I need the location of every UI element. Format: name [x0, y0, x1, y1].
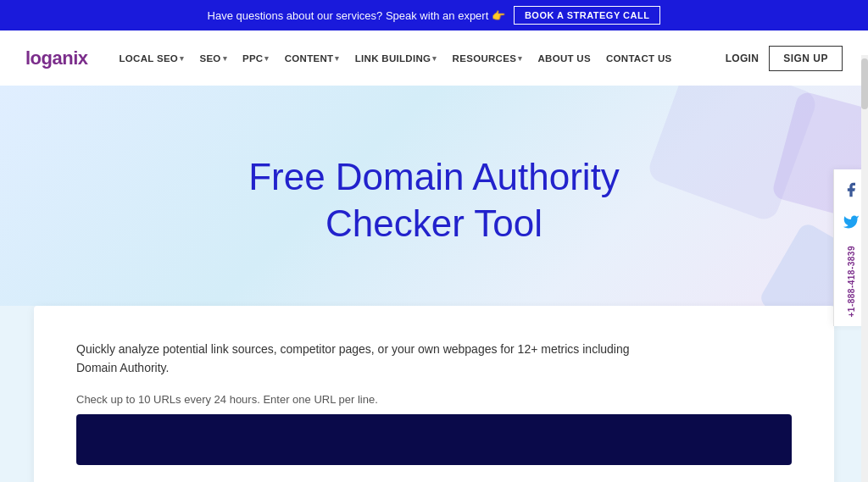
- login-link[interactable]: LOGIN: [726, 53, 760, 64]
- content-section: Quickly analyze potential link sources, …: [34, 306, 834, 482]
- hero-section: Free Domain Authority Checker Tool: [0, 86, 868, 306]
- chevron-down-icon: ▾: [518, 54, 522, 63]
- nav-item-content[interactable]: CONTENT ▾: [279, 48, 346, 69]
- twitter-icon[interactable]: [839, 210, 863, 234]
- chevron-down-icon: ▾: [180, 54, 184, 63]
- book-strategy-btn[interactable]: BOOK A STRATEGY CALL: [514, 6, 661, 25]
- facebook-icon[interactable]: [839, 178, 863, 202]
- scrollbar-thumb[interactable]: [861, 58, 868, 109]
- chevron-down-icon: ▾: [264, 54, 269, 63]
- phone-number[interactable]: +1-888-418-3839: [847, 246, 856, 318]
- scrollbar-track[interactable]: [861, 55, 868, 482]
- hero-title: Free Domain Authority Checker Tool: [248, 153, 620, 247]
- signup-button[interactable]: SIGN UP: [769, 46, 843, 71]
- logo[interactable]: loganix: [25, 47, 88, 69]
- nav-item-local-seo[interactable]: LOCAL SEO ▾: [114, 48, 191, 69]
- top-banner: Have questions about our services? Speak…: [0, 0, 868, 30]
- content-description: Quickly analyze potential link sources, …: [76, 340, 670, 378]
- url-input-area[interactable]: [76, 414, 792, 465]
- chevron-down-icon: ▾: [223, 54, 227, 63]
- chevron-down-icon: ▾: [335, 54, 339, 63]
- nav-item-seo[interactable]: SEO ▾: [193, 48, 233, 69]
- nav-links: LOCAL SEO ▾ SEO ▾ PPC ▾ CONTENT ▾ LINK B…: [114, 48, 726, 69]
- check-instruction: Check up to 10 URLs every 24 hours. Ente…: [76, 393, 792, 406]
- banner-text: Have questions about our services? Speak…: [208, 9, 505, 22]
- nav-item-contact-us[interactable]: CONTACT US: [600, 48, 678, 69]
- nav-right: LOGIN SIGN UP: [726, 46, 843, 71]
- logo-text: loganix: [25, 47, 88, 69]
- nav-item-ppc[interactable]: PPC ▾: [236, 48, 275, 69]
- nav-item-about-us[interactable]: ABOUT US: [531, 48, 596, 69]
- nav-item-resources[interactable]: RESOURCES ▾: [447, 48, 529, 69]
- navbar: loganix LOCAL SEO ▾ SEO ▾ PPC ▾ CONTENT …: [0, 30, 868, 86]
- chevron-down-icon: ▾: [432, 54, 437, 63]
- nav-item-link-building[interactable]: LINK BUILDING ▾: [349, 48, 443, 69]
